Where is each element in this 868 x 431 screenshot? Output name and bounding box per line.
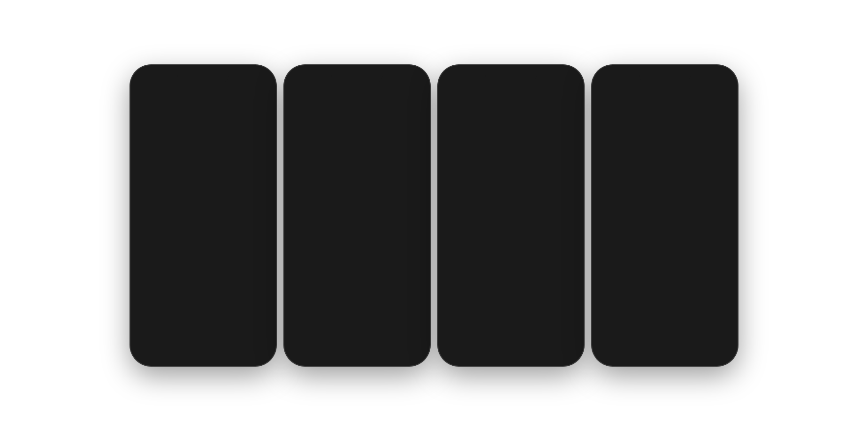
position-filter[interactable]: Position ▼ xyxy=(293,109,328,120)
phone2-filter-row: Position ▼ Filter ⊟ xyxy=(288,105,426,124)
phone4-time: 9:41 xyxy=(605,78,617,85)
phone1-nav-home[interactable]: U xyxy=(145,340,156,351)
cat-item-2[interactable]: V Part Wigs xyxy=(215,101,244,110)
phone2-back-button[interactable]: ‹ xyxy=(293,92,295,100)
filter-btn[interactable]: Filter ⊟ xyxy=(332,109,360,120)
search-icon[interactable]: 🔍 xyxy=(245,89,255,98)
lace-type-2[interactable]: natural hairline xyxy=(350,170,372,191)
heart-icon-2[interactable]: ♡ xyxy=(413,221,419,227)
phone2-share-icon[interactable]: ⬡ xyxy=(415,92,421,101)
phone3-size-selection[interactable]: Size selection › xyxy=(448,262,574,277)
p4-nav-member[interactable]: 👑 Member xyxy=(630,338,644,353)
cat-box-all[interactable]: ALL xyxy=(243,234,263,254)
product-card-2[interactable]: 10% OFF HD Film L... + Add To Cart ♡ UNi… xyxy=(359,218,421,285)
notification-wrapper[interactable]: ✉ xyxy=(259,89,266,98)
account-name: new account xyxy=(626,92,718,99)
cat-item-3[interactable]: Colored xyxy=(244,101,266,110)
cat-box-2[interactable]: 🎀 xyxy=(177,234,197,254)
afterpay-badge: afterpay xyxy=(519,280,538,286)
my-points-card[interactable]: 🏅 My points › 210 p xyxy=(667,117,728,138)
discount-badge-2: 10% OFF xyxy=(359,221,378,226)
birthday-gifts-icon-box: 🎁 ? xyxy=(612,235,630,253)
help-icon[interactable]: ? xyxy=(723,96,727,104)
tab-plus[interactable]: Plus xyxy=(631,163,665,177)
cat-circle-wigs[interactable]: Wigs xyxy=(144,205,163,231)
product-card-1[interactable]: + Add To Cart Unice 13x4 Lace Front ... … xyxy=(293,218,355,285)
signal-bar-4 xyxy=(244,79,245,84)
cat-item-1[interactable]: HD Lace Wigs xyxy=(182,101,215,110)
hamburger-menu-icon[interactable]: ☰ xyxy=(141,89,147,98)
product-thumb-4[interactable] xyxy=(359,289,421,327)
sub-tab-hdlace[interactable]: HD Lace xyxy=(293,196,322,205)
refresh-icon[interactable]: ↻ xyxy=(510,223,514,229)
phone3-back-button[interactable]: ‹ xyxy=(449,91,451,99)
lightning-icon: ⚡ xyxy=(660,211,670,221)
cat-circle-label-wigs: Wigs xyxy=(149,226,158,231)
hero-cta-button[interactable]: Get Now xyxy=(229,173,266,185)
phone1-nav-member[interactable]: 👑 Member xyxy=(169,338,183,353)
join-now-button[interactable]: Join now xyxy=(689,145,723,156)
cat-box-3[interactable] xyxy=(210,234,229,254)
share-icon-1[interactable]: ⤴ xyxy=(505,223,508,229)
cat-circle-hdlace[interactable]: HD lace xyxy=(177,205,197,231)
add-to-cart-button[interactable]: Add To Cart xyxy=(462,337,518,354)
benefit-double-points: 💎 ? Brithday Double Points xyxy=(645,235,685,260)
checkin-label: Daily check-in xyxy=(613,122,640,126)
product-share-icons: ⤴ ↻ xyxy=(505,223,514,229)
fullscreen-icon[interactable]: ⛶ xyxy=(569,192,577,199)
cat-circle-img-vpart xyxy=(210,205,229,225)
benefit-coupon: 🎫 ? Member Coupon xyxy=(688,207,728,231)
tab-review[interactable]: Review xyxy=(515,90,533,100)
tab-points-mall[interactable]: Points Mall xyxy=(665,163,700,177)
phone-1-screen: 9:41 ▲ ☰ xyxy=(134,71,272,360)
product-thumb-3[interactable] xyxy=(293,289,355,327)
promo1-amount-row: $30 OFF xyxy=(145,172,178,182)
cat-circle-lacefront[interactable]: Lace Front xyxy=(243,205,263,231)
p4-nav-explore[interactable]: ⊙ Explore xyxy=(659,338,671,353)
sub-tab-curly[interactable]: Curly Wigs xyxy=(365,196,399,205)
tab-member[interactable]: Member xyxy=(700,163,734,177)
phone3-signal xyxy=(546,79,553,84)
tab-details[interactable]: Details xyxy=(482,90,500,100)
phone-3-screen: 9:41 ▲ ‹ xyxy=(442,71,580,360)
wifi-icon: ▲ xyxy=(247,79,251,85)
phone2-search-icon: 🔍 xyxy=(305,94,310,99)
hero-title-text: Hot Summer Sale xyxy=(141,127,216,138)
lace-type-1[interactable]: Skin melt HD lace xyxy=(318,170,344,191)
phone1-category-scroll[interactable]: 13*4 Lace Front Wigs HD Lace Wigs V Part… xyxy=(134,101,272,111)
product-reviews-2: 1437 Reviews xyxy=(362,278,419,283)
phone3-wifi: ▲ xyxy=(555,79,559,85)
buy-now-button[interactable]: Buy Now Support 4 Installments xyxy=(522,336,576,354)
promo-box-1: OVER $239 $30 OFF HD Wigs | Code: HD24 xyxy=(141,167,182,187)
add-to-cart-btn-1[interactable]: + Add To Cart xyxy=(308,255,340,262)
p4-bar-4 xyxy=(705,79,707,84)
phone2-search-text: body wave xyxy=(312,93,337,99)
phone-4-screen: 9:41 ▲ xyxy=(596,71,734,360)
cat-circle-vpart[interactable]: V Part Wigs xyxy=(210,205,229,231)
phone2-search-box[interactable]: 🔍 body wave xyxy=(299,91,411,102)
phone1-nav-account[interactable]: 👤 Account xyxy=(247,338,261,353)
sub-tab-vpart[interactable]: V part Wigs xyxy=(326,196,362,205)
phone1-nav-cart[interactable]: 🛒 Cart xyxy=(223,338,234,353)
lace-type-3[interactable]: Deep parting xyxy=(377,170,396,191)
p4-nav-cart[interactable]: 🛒 Cart xyxy=(686,338,696,353)
p4-home-icon: 🏠 xyxy=(605,338,615,348)
phone2-status-bar: 9:41 ▲ xyxy=(288,71,426,88)
mail-icon[interactable]: ✉ xyxy=(259,89,266,97)
phone2-product-grid: + Add To Cart Unice 13x4 Lace Front ... … xyxy=(288,218,426,285)
filter-icon: ⊟ xyxy=(350,112,354,117)
add-to-cart-btn-2[interactable]: + Add To Cart xyxy=(374,255,406,262)
checkin-card[interactable]: 📅 Daily check-in › check-in today + 5 xyxy=(602,117,663,138)
p4-nav-account[interactable]: 👤 Account xyxy=(711,338,724,353)
tab-member-center[interactable]: Member Center xyxy=(596,163,631,177)
lace-img-2 xyxy=(352,170,369,187)
cat-item-0[interactable]: 13*4 Lace Front Wigs xyxy=(134,101,182,110)
p4-nav-home[interactable]: 🏠 Home xyxy=(605,338,615,353)
cat-box-1[interactable] xyxy=(144,234,163,254)
phone1-nav-explore[interactable]: ⊙ Explore xyxy=(197,338,210,353)
hero-dot-1 xyxy=(198,188,200,190)
phone4-benefits-grid: 🚚 ? Fast Free Shipping ⚡ ? Member Flash … xyxy=(596,204,734,263)
phone4-battery xyxy=(715,79,724,84)
coupon-icon: 🎫 xyxy=(703,211,714,221)
headset-icon[interactable]: 🎧 xyxy=(447,340,458,351)
